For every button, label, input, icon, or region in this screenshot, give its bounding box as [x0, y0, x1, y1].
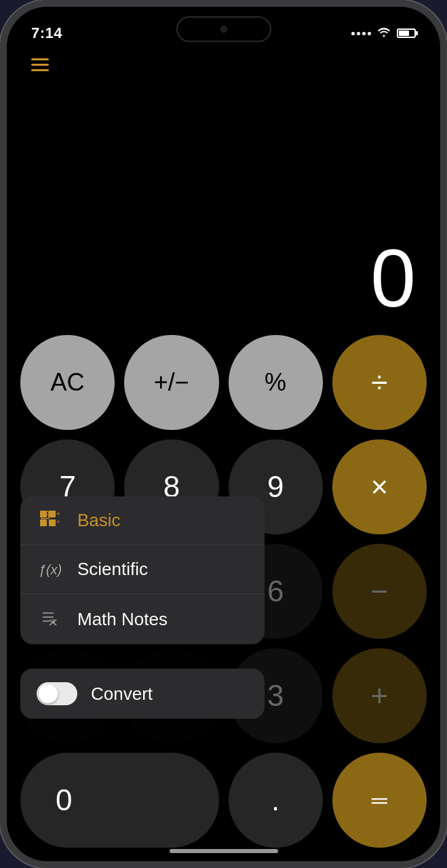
button-row-1: AC +/− % ÷: [20, 335, 427, 430]
status-icons: [351, 26, 416, 40]
math-notes-icon: x: [37, 608, 64, 631]
btn-subtract[interactable]: −: [332, 544, 427, 639]
scientific-label: Scientific: [77, 559, 148, 580]
menu-icon[interactable]: [31, 58, 49, 71]
btn-percent[interactable]: %: [229, 335, 323, 430]
dropdown-item-math-notes[interactable]: x Math Notes: [20, 594, 265, 644]
btn-divide[interactable]: ÷: [332, 335, 427, 430]
display-value: 0: [370, 237, 416, 319]
svg-text:+: +: [56, 511, 60, 517]
svg-rect-3: [40, 519, 47, 526]
calculator-main: 0 AC +/− % ÷ 7 8 9 ×: [7, 47, 440, 861]
scientific-icon: ƒ(x): [37, 561, 64, 578]
dropdown-menu: ⊞ + ÷ Basic ƒ(x): [20, 496, 265, 644]
home-indicator: [170, 849, 278, 853]
wifi-icon: [376, 26, 391, 40]
btn-decimal[interactable]: .: [229, 753, 323, 848]
phone-frame: 7:14: [0, 0, 447, 868]
convert-label: Convert: [91, 684, 153, 705]
status-time: 7:14: [31, 24, 62, 42]
convert-toggle[interactable]: [37, 682, 77, 705]
dynamic-island: [176, 16, 271, 42]
signal-icon: [351, 32, 371, 35]
basic-icon: ⊞ + ÷: [37, 511, 64, 531]
btn-ac[interactable]: AC: [20, 335, 115, 430]
display-area: 0: [7, 47, 440, 335]
btn-0[interactable]: 0: [20, 753, 219, 848]
btn-multiply[interactable]: ×: [332, 439, 427, 534]
dynamic-island-dot: [220, 26, 227, 33]
status-bar: 7:14: [7, 7, 440, 47]
phone-screen: 7:14: [7, 7, 440, 861]
svg-rect-1: [40, 511, 47, 517]
svg-text:÷: ÷: [56, 518, 60, 526]
basic-label: Basic: [77, 510, 121, 531]
svg-rect-2: [49, 511, 56, 517]
convert-section: Convert: [20, 669, 265, 719]
svg-rect-4: [49, 519, 56, 526]
btn-equals[interactable]: ═: [332, 753, 427, 848]
dropdown-item-scientific[interactable]: ƒ(x) Scientific: [20, 545, 265, 594]
btn-plus-minus[interactable]: +/−: [124, 335, 218, 430]
battery-icon: [397, 28, 416, 38]
button-row-5: 0 . ═: [20, 753, 427, 848]
btn-add[interactable]: +: [332, 648, 427, 743]
dropdown-item-basic[interactable]: ⊞ + ÷ Basic: [20, 496, 265, 545]
math-notes-label: Math Notes: [77, 609, 168, 630]
